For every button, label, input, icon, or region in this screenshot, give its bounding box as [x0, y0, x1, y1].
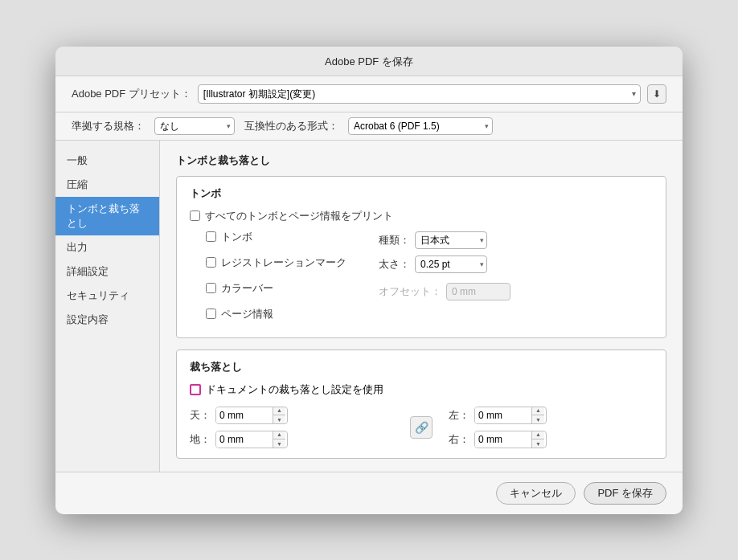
bleed-top-stepper[interactable]: ▲ ▼	[273, 407, 285, 424]
all-tombo-row: すべてのトンボとページ情報をプリント	[190, 209, 653, 223]
tombo-title: トンボ	[190, 186, 653, 201]
compat-select-wrapper: Acrobat 6 (PDF 1.5)	[348, 117, 493, 135]
weight-label: 太さ：	[379, 257, 410, 272]
bleed-grid: 天： ▲ ▼ 地：	[190, 407, 653, 448]
type-select-wrapper: 日本式	[415, 231, 487, 249]
preset-label: Adobe PDF プリセット：	[72, 87, 191, 101]
bleed-right-input-wrapper: ▲ ▼	[474, 431, 547, 448]
page-info-label: ページ情報	[221, 307, 273, 321]
bleed-center-col: 🔗	[410, 416, 433, 439]
color-bar-checkbox[interactable]	[206, 283, 216, 293]
bleed-bottom-up-icon[interactable]: ▲	[273, 431, 285, 440]
weight-select[interactable]: 0.25 pt	[415, 255, 487, 273]
cancel-button[interactable]: キャンセル	[496, 482, 576, 505]
bleed-bottom-input[interactable]	[216, 431, 273, 448]
type-select[interactable]: 日本式	[415, 231, 487, 249]
dialog: Adobe PDF を保存 Adobe PDF プリセット： [Illustra…	[55, 47, 683, 514]
footer: キャンセル PDF を保存	[55, 472, 683, 514]
bleed-left-down-icon[interactable]: ▼	[532, 415, 544, 424]
save-pdf-button[interactable]: PDF を保存	[584, 482, 666, 505]
bleed-right-col: 左： ▲ ▼ 右：	[449, 407, 653, 448]
bleed-bottom-stepper[interactable]: ▲ ▼	[273, 431, 285, 448]
compat-label: 互換性のある形式：	[244, 119, 338, 133]
bleed-bottom-input-wrapper: ▲ ▼	[215, 431, 288, 448]
preset-select-wrapper: [Illustrator 初期設定](変更)	[198, 84, 641, 104]
all-tombo-label: すべてのトンボとページ情報をプリント	[205, 209, 393, 223]
bleed-section: 裁ち落とし ドキュメントの裁ち落とし設定を使用 天： ▲	[176, 349, 666, 459]
sidebar: 一般 圧縮 トンボと裁ち落とし 出力 詳細設定 セキュリティ 設定内容	[55, 141, 160, 472]
bleed-doc-row: ドキュメントの裁ち落とし設定を使用	[190, 382, 653, 397]
bleed-left-input[interactable]	[475, 407, 531, 423]
bleed-left-input-wrapper: ▲ ▼	[474, 407, 547, 424]
bleed-right-stepper[interactable]: ▲ ▼	[531, 431, 544, 448]
type-label: 種類：	[379, 233, 410, 247]
preset-row: Adobe PDF プリセット： [Illustrator 初期設定](変更) …	[55, 76, 683, 112]
color-bar-row: カラーバー	[206, 281, 346, 296]
offset-label: オフセット：	[379, 284, 441, 299]
tombo-inner: トンボ レジストレーションマーク カラーバー ページ情報	[190, 230, 653, 328]
bleed-use-doc-checkbox[interactable]	[190, 384, 201, 395]
page-info-row: ページ情報	[206, 307, 346, 321]
bleed-left-up-icon[interactable]: ▲	[532, 407, 544, 416]
compat-select[interactable]: Acrobat 6 (PDF 1.5)	[348, 117, 493, 135]
standard-label: 準拠する規格：	[72, 119, 145, 133]
sidebar-item-compression[interactable]: 圧縮	[55, 173, 159, 197]
sidebar-item-output[interactable]: 出力	[55, 235, 159, 260]
weight-select-wrapper: 0.25 pt	[415, 255, 487, 273]
reg-mark-label: レジストレーションマーク	[221, 255, 346, 270]
tombo-label: トンボ	[221, 230, 252, 244]
tombo-right: 種類： 日本式 太さ： 0.25 pt	[379, 231, 510, 300]
bleed-right-input[interactable]	[475, 431, 531, 448]
reg-mark-row: レジストレーションマーク	[206, 255, 346, 270]
sidebar-item-tombo[interactable]: トンボと裁ち落とし	[55, 197, 159, 235]
tombo-box: トンボ すべてのトンボとページ情報をプリント トンボ レジストレー	[176, 176, 666, 338]
tombo-left: トンボ レジストレーションマーク カラーバー ページ情報	[190, 230, 346, 328]
standard-row: 準拠する規格： なし 互換性のある形式： Acrobat 6 (PDF 1.5)	[55, 112, 683, 141]
bleed-right-label: 右：	[449, 432, 469, 447]
bleed-left-row: 左： ▲ ▼	[449, 407, 653, 424]
type-row: 種類： 日本式	[379, 231, 510, 249]
bleed-top-up-icon[interactable]: ▲	[273, 407, 285, 416]
bleed-bottom-down-icon[interactable]: ▼	[273, 439, 285, 448]
bleed-right-row: 右： ▲ ▼	[449, 431, 653, 448]
title-bar: Adobe PDF を保存	[55, 47, 683, 76]
save-preset-button[interactable]: ⬇	[647, 84, 666, 104]
bleed-bottom-label: 地：	[190, 432, 211, 447]
offset-input[interactable]	[446, 283, 510, 300]
bleed-top-input[interactable]	[216, 407, 273, 423]
bleed-right-down-icon[interactable]: ▼	[532, 439, 544, 448]
color-bar-label: カラーバー	[221, 281, 273, 296]
sidebar-item-summary[interactable]: 設定内容	[55, 308, 159, 332]
tombo-checkbox[interactable]	[206, 231, 216, 242]
page-info-checkbox[interactable]	[206, 309, 216, 319]
all-tombo-checkbox[interactable]	[190, 211, 200, 221]
preset-select[interactable]: [Illustrator 初期設定](変更)	[198, 84, 641, 104]
bleed-right-up-icon[interactable]: ▲	[532, 431, 544, 440]
standard-select[interactable]: なし	[154, 117, 235, 135]
tombo-cb-row: トンボ	[206, 230, 346, 244]
weight-row: 太さ： 0.25 pt	[379, 255, 510, 273]
bleed-left-col: 天： ▲ ▼ 地：	[190, 407, 394, 448]
link-icon[interactable]: 🔗	[410, 416, 433, 439]
bleed-left-label: 左：	[449, 408, 469, 423]
section-title: トンボと裁ち落とし	[176, 153, 666, 168]
dialog-title: Adobe PDF を保存	[325, 55, 413, 67]
bleed-top-row: 天： ▲ ▼	[190, 407, 394, 424]
bleed-top-input-wrapper: ▲ ▼	[215, 407, 288, 424]
offset-row: オフセット：	[379, 283, 510, 300]
bleed-left-stepper[interactable]: ▲ ▼	[531, 407, 544, 424]
main-area: 一般 圧縮 トンボと裁ち落とし 出力 詳細設定 セキュリティ 設定内容 トンボ	[55, 141, 683, 472]
content-area: トンボと裁ち落とし トンボ すべてのトンボとページ情報をプリント トンボ	[160, 141, 683, 472]
bleed-top-down-icon[interactable]: ▼	[273, 415, 285, 424]
bleed-bottom-row: 地： ▲ ▼	[190, 431, 394, 448]
standard-select-wrapper: なし	[154, 117, 235, 135]
bleed-title: 裁ち落とし	[190, 360, 653, 374]
bleed-use-doc-label: ドキュメントの裁ち落とし設定を使用	[206, 382, 383, 397]
sidebar-item-general[interactable]: 一般	[55, 149, 159, 173]
reg-mark-checkbox[interactable]	[206, 257, 216, 268]
sidebar-item-advanced[interactable]: 詳細設定	[55, 260, 159, 284]
bleed-top-label: 天：	[190, 408, 211, 423]
sidebar-item-security[interactable]: セキュリティ	[55, 284, 159, 308]
